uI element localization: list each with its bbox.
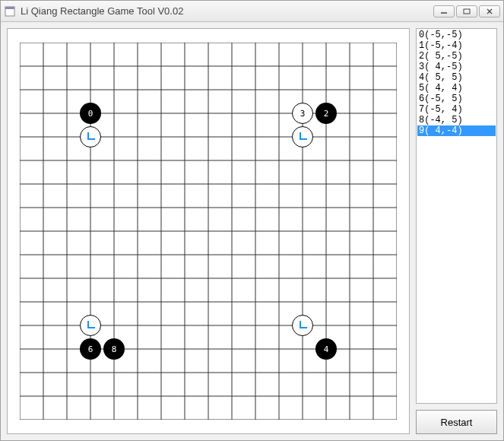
move-list-item[interactable]: 9( 4,-4): [417, 125, 496, 136]
move-list-item[interactable]: 4( 5, 5): [417, 72, 496, 83]
close-button[interactable]: [479, 5, 500, 17]
stone-white[interactable]: [292, 126, 313, 148]
stone-white[interactable]: [80, 126, 101, 148]
move-list-item[interactable]: 7(-5, 4): [417, 104, 496, 115]
white-stone-mark: [87, 132, 95, 140]
client-area: 023468 0(-5,-5)1(-5,-4)2( 5,-5)3( 4,-5)4…: [1, 22, 503, 440]
stone-black[interactable]: 2: [315, 103, 337, 124]
move-list[interactable]: 0(-5,-5)1(-5,-4)2( 5,-5)3( 4,-5)4( 5, 5)…: [416, 28, 497, 404]
move-list-item[interactable]: 0(-5,-5): [417, 30, 496, 40]
svg-rect-3: [464, 9, 470, 14]
move-list-item[interactable]: 5( 4, 4): [417, 83, 496, 94]
white-stone-mark: [87, 321, 95, 328]
move-list-item[interactable]: 8(-4, 5): [417, 115, 496, 125]
stone-black[interactable]: 8: [103, 338, 125, 360]
stone-black[interactable]: 0: [80, 103, 101, 124]
svg-rect-1: [5, 7, 14, 9]
side-panel: 0(-5,-5)1(-5,-4)2( 5,-5)3( 4,-5)4( 5, 5)…: [416, 28, 497, 434]
stone-black[interactable]: 6: [80, 338, 101, 360]
move-list-item[interactable]: 2( 5,-5): [417, 51, 496, 62]
board-container: 023468: [7, 28, 410, 434]
window-title: Li Qiang Rectangle Game Tool V0.02: [21, 5, 433, 17]
white-stone-mark: [300, 132, 307, 140]
window-controls: [433, 5, 500, 17]
move-list-item[interactable]: 6(-5, 5): [417, 94, 496, 104]
titlebar[interactable]: Li Qiang Rectangle Game Tool V0.02: [1, 1, 503, 22]
minimize-button[interactable]: [433, 5, 455, 17]
stone-white[interactable]: 3: [292, 103, 313, 124]
app-icon: [4, 5, 16, 17]
stone-black[interactable]: 4: [315, 338, 337, 360]
app-window: Li Qiang Rectangle Game Tool V0.02 02346…: [0, 0, 504, 441]
restart-button[interactable]: Restart: [416, 410, 497, 434]
maximize-button[interactable]: [456, 5, 477, 17]
move-list-item[interactable]: 3( 4,-5): [417, 62, 496, 72]
move-list-item[interactable]: 1(-5,-4): [417, 40, 496, 51]
stone-white[interactable]: [80, 315, 101, 336]
game-board[interactable]: 023468: [20, 43, 397, 420]
stone-white[interactable]: [292, 315, 313, 336]
stone-label: 3: [300, 109, 306, 119]
white-stone-mark: [300, 321, 307, 328]
